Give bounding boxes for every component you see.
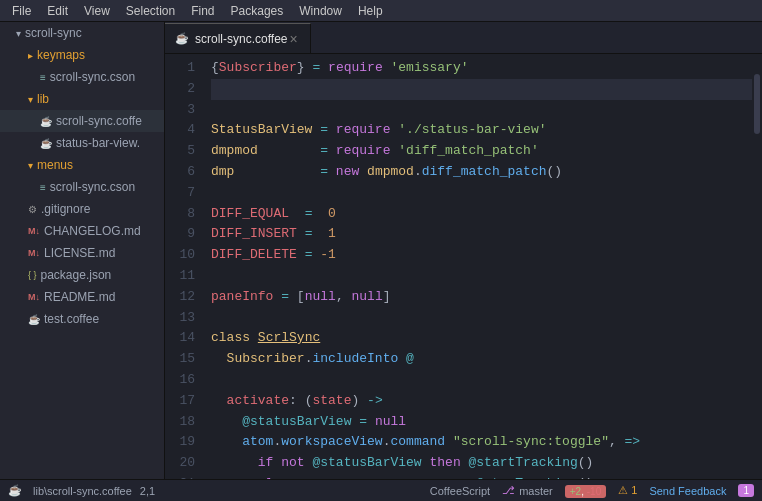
sidebar-item-scroll-sync-coffee[interactable]: ☕ scroll-sync.coffe bbox=[0, 110, 164, 132]
scrollbar-track[interactable] bbox=[752, 54, 762, 479]
menu-help[interactable]: Help bbox=[350, 2, 391, 20]
markdown-icon: M↓ bbox=[28, 248, 40, 258]
sidebar-label: menus bbox=[37, 158, 73, 172]
status-filepath: lib\scroll-sync.coffee bbox=[33, 485, 132, 497]
code-content[interactable]: {Subscriber} = require 'emissary' Status… bbox=[203, 54, 752, 479]
sidebar-label: lib bbox=[37, 92, 49, 106]
coffee-icon: ☕ bbox=[28, 314, 40, 325]
status-position: 2,1 bbox=[140, 485, 155, 497]
chevron-right-icon: ▸ bbox=[28, 50, 33, 61]
sidebar-label: scroll-sync.cson bbox=[50, 70, 135, 84]
chevron-down-icon: ▾ bbox=[28, 94, 33, 105]
sidebar-label: CHANGELOG.md bbox=[44, 224, 141, 238]
tab-label: scroll-sync.coffee bbox=[195, 32, 287, 46]
sidebar-item-keymaps-cson[interactable]: ≡ scroll-sync.cson bbox=[0, 66, 164, 88]
chevron-down-icon: ▾ bbox=[28, 160, 33, 171]
status-diff-badge: +2, -10 bbox=[565, 485, 606, 498]
status-num-badge: 1 bbox=[738, 484, 754, 497]
sidebar-label: scroll-sync.coffe bbox=[56, 114, 142, 128]
scrollbar-thumb[interactable] bbox=[754, 74, 760, 134]
menu-find[interactable]: Find bbox=[183, 2, 222, 20]
status-diff: +2, -10 bbox=[565, 485, 606, 497]
sidebar-label: LICENSE.md bbox=[44, 246, 115, 260]
sidebar-item-menus-cson[interactable]: ≡ scroll-sync.cson bbox=[0, 176, 164, 198]
statusbar-right: CoffeeScript ⎇ master +2, -10 ⚠ 1 Send F… bbox=[430, 484, 754, 497]
sidebar-item-readme[interactable]: M↓ README.md bbox=[0, 286, 164, 308]
tab-close-button[interactable]: × bbox=[287, 31, 299, 47]
status-git: ⎇ master bbox=[502, 484, 553, 497]
sidebar-item-gitignore[interactable]: ⚙ .gitignore bbox=[0, 198, 164, 220]
tab-bar: ☕ scroll-sync.coffee × bbox=[165, 22, 762, 54]
sidebar-label: scroll-sync.cson bbox=[50, 180, 135, 194]
menu-view[interactable]: View bbox=[76, 2, 118, 20]
sidebar-label: test.coffee bbox=[44, 312, 99, 326]
status-branch[interactable]: master bbox=[519, 485, 553, 497]
sidebar-item-root[interactable]: ▾ scroll-sync bbox=[0, 22, 164, 44]
coffee-tab-icon: ☕ bbox=[175, 32, 189, 45]
coffee-icon: ☕ bbox=[40, 116, 52, 127]
menu-selection[interactable]: Selection bbox=[118, 2, 183, 20]
gear-icon: ⚙ bbox=[28, 204, 37, 215]
line-numbers: 1 2 3 4 5 6 7 8 9 10 11 12 13 14 15 16 1… bbox=[165, 54, 203, 479]
cson-icon: ≡ bbox=[40, 182, 46, 193]
status-warning: ⚠ 1 bbox=[618, 484, 637, 497]
json-icon: { } bbox=[28, 270, 37, 280]
sidebar-item-license[interactable]: M↓ LICENSE.md bbox=[0, 242, 164, 264]
markdown-icon: M↓ bbox=[28, 226, 40, 236]
menubar: File Edit View Selection Find Packages W… bbox=[0, 0, 762, 22]
sidebar-item-menus[interactable]: ▾ menus bbox=[0, 154, 164, 176]
sidebar-item-changelog[interactable]: M↓ CHANGELOG.md bbox=[0, 220, 164, 242]
markdown-icon: M↓ bbox=[28, 292, 40, 302]
sidebar-label: package.json bbox=[41, 268, 112, 282]
sidebar-label: keymaps bbox=[37, 48, 85, 62]
status-language[interactable]: CoffeeScript bbox=[430, 485, 490, 497]
sidebar: ▾ scroll-sync ▸ keymaps ≡ scroll-sync.cs… bbox=[0, 22, 165, 479]
menu-window[interactable]: Window bbox=[291, 2, 350, 20]
chevron-down-icon: ▾ bbox=[16, 28, 21, 39]
warning-count: 1 bbox=[631, 484, 637, 496]
sidebar-item-package[interactable]: { } package.json bbox=[0, 264, 164, 286]
main-layout: ▾ scroll-sync ▸ keymaps ≡ scroll-sync.cs… bbox=[0, 22, 762, 479]
tab-scroll-sync-coffee[interactable]: ☕ scroll-sync.coffee × bbox=[165, 23, 311, 53]
cson-icon: ≡ bbox=[40, 72, 46, 83]
editor-area: ☕ scroll-sync.coffee × 1 2 3 4 5 6 7 8 9… bbox=[165, 22, 762, 479]
menu-packages[interactable]: Packages bbox=[223, 2, 292, 20]
code-editor[interactable]: 1 2 3 4 5 6 7 8 9 10 11 12 13 14 15 16 1… bbox=[165, 54, 762, 479]
warning-icon: ⚠ bbox=[618, 484, 628, 496]
sidebar-item-test-coffee[interactable]: ☕ test.coffee bbox=[0, 308, 164, 330]
coffee-status-icon: ☕ bbox=[8, 484, 22, 497]
sidebar-item-keymaps[interactable]: ▸ keymaps bbox=[0, 44, 164, 66]
sidebar-root-label: scroll-sync bbox=[25, 26, 82, 40]
statusbar-left: ☕ lib\scroll-sync.coffee 2,1 bbox=[8, 484, 155, 497]
sidebar-item-lib[interactable]: ▾ lib bbox=[0, 88, 164, 110]
menu-file[interactable]: File bbox=[4, 2, 39, 20]
status-added: +2 bbox=[570, 486, 581, 497]
git-branch-icon: ⎇ bbox=[502, 484, 515, 497]
sidebar-label: README.md bbox=[44, 290, 115, 304]
sidebar-item-status-bar-view[interactable]: ☕ status-bar-view. bbox=[0, 132, 164, 154]
status-removed: -10 bbox=[587, 486, 601, 497]
menu-edit[interactable]: Edit bbox=[39, 2, 76, 20]
coffee-icon: ☕ bbox=[40, 138, 52, 149]
statusbar: ☕ lib\scroll-sync.coffee 2,1 CoffeeScrip… bbox=[0, 479, 762, 501]
send-feedback-button[interactable]: Send Feedback bbox=[649, 485, 726, 497]
sidebar-label: status-bar-view. bbox=[56, 136, 140, 150]
sidebar-label: .gitignore bbox=[41, 202, 90, 216]
